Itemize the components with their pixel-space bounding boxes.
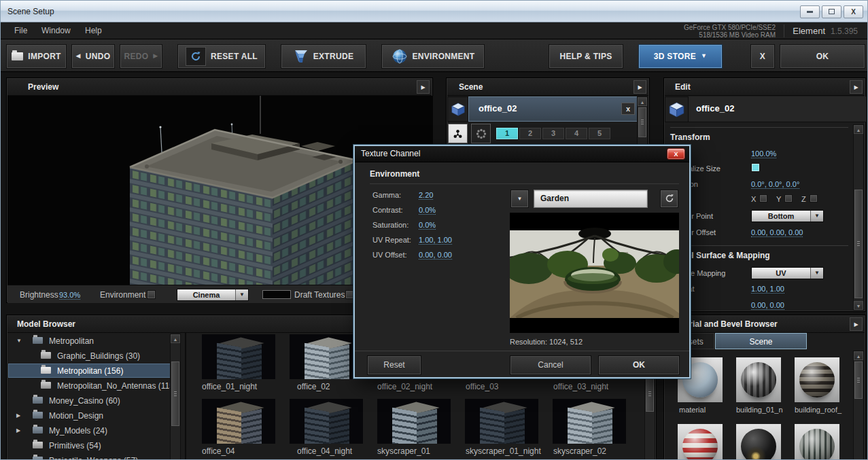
toolbar: IMPORT ◀ UNDO REDO ▶ RESET ALL EXTRUDE [1, 39, 867, 72]
uv-repeat-value[interactable]: 1.00, 1.00 [419, 236, 452, 245]
menu-help[interactable]: Help [85, 26, 102, 35]
model-thumb-label: office_03 [466, 382, 499, 391]
help-tips-button[interactable]: HELP & TIPS [549, 44, 623, 69]
material-thumb-building-01-n[interactable] [736, 357, 781, 402]
normalize-size-checkbox[interactable] [751, 163, 760, 172]
scroll-up-arrow[interactable]: ▲ [854, 351, 863, 360]
material-thumb-row2-2[interactable] [736, 424, 781, 460]
edit-expand-button[interactable]: ▶ [850, 80, 863, 94]
tree-item-motion-design[interactable]: ▶ Motion_Design [8, 408, 173, 423]
repeat-value[interactable]: 1.00, 1.00 [751, 285, 784, 294]
3d-store-button[interactable]: 3D STORE ▼ [638, 44, 723, 69]
texture-select-dropdown-button[interactable]: ▼ [510, 190, 529, 208]
redo-button[interactable]: REDO ▶ [120, 44, 162, 69]
model-thumb-office-04[interactable] [202, 399, 275, 444]
reset-all-button[interactable]: RESET ALL [177, 44, 266, 69]
model-thumb-skyscraper-01[interactable] [377, 399, 451, 444]
scale-value[interactable]: 100.0% [751, 149, 776, 158]
particle-mode-button[interactable] [471, 124, 491, 143]
close-window-button[interactable]: X [844, 5, 863, 18]
tree-item-primitives[interactable]: Primitives (54) [8, 438, 173, 453]
model-thumb-skyscraper-02[interactable] [553, 399, 626, 444]
axis-z-checkbox[interactable] [810, 194, 818, 202]
edit-scrollbar[interactable]: ▲ ▼ [853, 124, 864, 311]
tree-scrollbar[interactable]: ▲ [170, 334, 181, 460]
tree-item-my-models[interactable]: ▶ My_Models (24) [8, 423, 173, 438]
dialog-reset-button[interactable]: Reset [367, 355, 421, 375]
menu-file[interactable]: File [14, 26, 27, 35]
model-thumb-office-02[interactable] [290, 334, 363, 379]
offset-value[interactable]: 0.00, 0.00 [751, 301, 784, 310]
scene-item-row[interactable]: office_02 x [468, 96, 640, 122]
scrollbar-thumb[interactable] [854, 190, 863, 298]
scene-expand-button[interactable]: ▶ [633, 80, 646, 94]
scrollbar-thumb[interactable] [854, 361, 863, 399]
cancel-x-button[interactable]: X [750, 44, 775, 69]
texture-reload-button[interactable] [660, 190, 678, 208]
ok-button[interactable]: OK [780, 44, 865, 69]
model-mode-button[interactable] [448, 124, 468, 143]
environment-checkbox[interactable] [147, 290, 156, 299]
scroll-up-arrow[interactable]: ▲ [638, 97, 647, 106]
tree-item-money-casino[interactable]: Money_Casino (60) [8, 393, 173, 408]
gamma-value[interactable]: 2.20 [419, 191, 433, 200]
scroll-up-arrow[interactable]: ▲ [171, 334, 180, 343]
group-tab-4[interactable]: 4 [566, 128, 587, 139]
saturation-label: Saturation: [372, 221, 409, 229]
dialog-cancel-button[interactable]: Cancel [510, 355, 591, 375]
scene-item-remove-button[interactable]: x [621, 103, 635, 115]
rotation-value[interactable]: 0.0°, 0.0°, 0.0° [751, 180, 799, 189]
preview-expand-button[interactable]: ▶ [417, 80, 430, 94]
transform-heading: Transform [670, 132, 710, 142]
tree-collapsed-icon[interactable]: ▶ [16, 412, 20, 419]
texture-name-field[interactable]: Garden [534, 190, 648, 208]
contrast-value[interactable]: 0.0% [419, 206, 436, 215]
axis-y-checkbox[interactable] [784, 194, 793, 202]
menu-window[interactable]: Window [41, 26, 71, 35]
import-button[interactable]: IMPORT [6, 44, 67, 69]
scroll-down-arrow[interactable]: ▼ [854, 301, 863, 310]
environment-button[interactable]: ENVIRONMENT [381, 44, 485, 69]
material-thumb-row2-1[interactable] [678, 424, 723, 460]
extrude-button[interactable]: EXTRUDE [281, 44, 366, 69]
environment-mode-dropdown[interactable]: Cinema ▼ [177, 289, 249, 301]
material-scrollbar[interactable]: ▲ [853, 351, 864, 460]
scrollbar-thumb[interactable] [646, 376, 654, 412]
material-thumb-row2-3[interactable] [795, 424, 839, 460]
anchor-point-dropdown[interactable]: Bottom ▼ [751, 210, 824, 222]
brightness-value[interactable]: 93.0% [59, 291, 80, 300]
tree-item-metropolitan-root[interactable]: ▼ Metropolitan [8, 334, 173, 348]
material-thumb-building-roof[interactable] [795, 357, 839, 402]
model-thumb-office-01-night[interactable] [202, 334, 275, 379]
model-thumb-skyscraper-01-night[interactable] [465, 399, 538, 444]
group-tab-1[interactable]: 1 [496, 128, 518, 139]
maximize-icon [829, 9, 835, 14]
tree-item-metropolitan-selected[interactable]: Metropolitan (156) [8, 364, 173, 378]
axis-x-label: X [751, 195, 756, 203]
undo-button[interactable]: ◀ UNDO [71, 44, 115, 69]
group-tab-2[interactable]: 2 [519, 128, 541, 139]
model-thumb-office-04-night[interactable] [290, 399, 363, 444]
dialog-close-button[interactable]: X [667, 148, 685, 160]
maximize-button[interactable] [822, 5, 841, 18]
tree-item-graphic-buildings[interactable]: Graphic_Buildings (30) [8, 349, 173, 363]
dialog-ok-button[interactable]: OK [598, 355, 680, 375]
texture-mapping-dropdown[interactable]: UV ▼ [751, 267, 824, 279]
scrollbar-thumb[interactable] [171, 361, 179, 426]
material-expand-button[interactable]: ▶ [850, 317, 863, 331]
uv-offset-value[interactable]: 0.00, 0.00 [419, 251, 452, 260]
tab-scene[interactable]: Scene [715, 333, 807, 349]
background-color-swatch[interactable] [262, 290, 291, 299]
axis-x-checkbox[interactable] [759, 194, 767, 202]
saturation-value[interactable]: 0.0% [419, 221, 436, 230]
tree-item-metropolitan-no-antennas[interactable]: Metropolitan_No_Antennas (115) [8, 378, 173, 393]
minimize-button[interactable] [800, 5, 820, 18]
tree-item-projectile-weapons[interactable]: Projectile_Weapons (57) [8, 453, 173, 460]
tree-expanded-icon[interactable]: ▼ [16, 338, 22, 344]
anchor-offset-value[interactable]: 0.00, 0.00, 0.00 [751, 228, 803, 237]
group-tab-3[interactable]: 3 [542, 128, 564, 139]
group-tab-5[interactable]: 5 [589, 128, 610, 139]
tree-collapsed-icon[interactable]: ▶ [16, 427, 20, 434]
scroll-up-arrow[interactable]: ▲ [854, 125, 863, 134]
scrollbar-thumb[interactable] [638, 107, 646, 137]
